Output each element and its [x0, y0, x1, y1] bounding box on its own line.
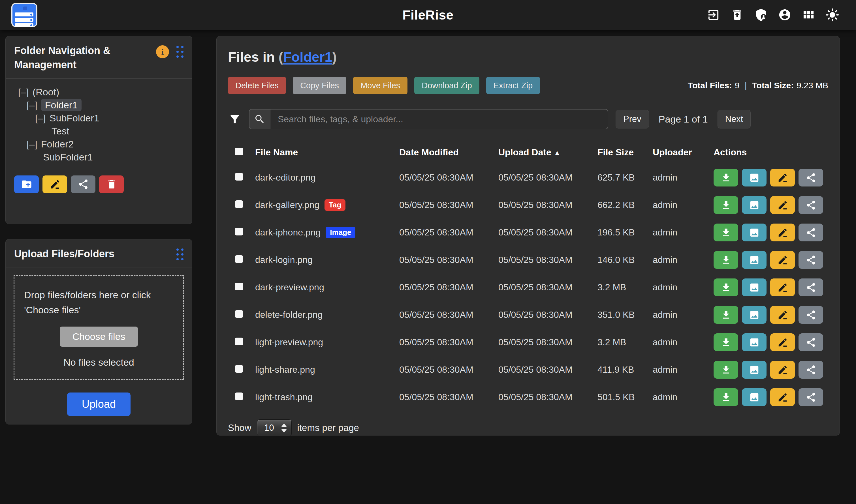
move-files-button[interactable]: Move Files: [353, 77, 407, 94]
create-folder-button[interactable]: [14, 176, 39, 193]
delete-files-button[interactable]: Delete Files: [228, 77, 286, 94]
download-file-button[interactable]: [714, 169, 738, 186]
share-file-button[interactable]: [799, 169, 823, 186]
download-file-button[interactable]: [714, 334, 738, 351]
share-file-button[interactable]: [799, 361, 823, 379]
edit-file-button[interactable]: [770, 361, 795, 379]
file-name[interactable]: delete-folder.png: [255, 310, 322, 320]
share-file-button[interactable]: [799, 278, 823, 296]
preview-file-button[interactable]: [742, 196, 767, 214]
tree-folder-label[interactable]: SubFolder1: [43, 152, 93, 162]
edit-file-button[interactable]: [770, 278, 795, 296]
tree-toggle[interactable]: [–]: [27, 139, 37, 149]
grid-view-button[interactable]: [802, 8, 815, 22]
row-checkbox[interactable]: [235, 228, 243, 235]
header-date-modified[interactable]: Date Modified: [399, 147, 499, 158]
logout-button[interactable]: [706, 8, 720, 22]
choose-files-button[interactable]: Choose files: [60, 327, 138, 347]
account-button[interactable]: [778, 8, 791, 22]
tree-folder-label[interactable]: Test: [52, 126, 69, 137]
file-name[interactable]: dark-login.png: [255, 255, 313, 265]
upload-dropzone[interactable]: Drop files/folders here or click 'Choose…: [14, 275, 184, 380]
share-file-button[interactable]: [799, 196, 823, 214]
edit-file-button[interactable]: [770, 196, 795, 214]
edit-file-button[interactable]: [770, 223, 795, 241]
share-folder-button[interactable]: [71, 176, 95, 193]
preview-file-button[interactable]: [742, 169, 767, 186]
row-checkbox[interactable]: [235, 338, 243, 345]
header-file-name[interactable]: File Name: [248, 147, 399, 158]
drag-handle-icon[interactable]: [176, 46, 184, 58]
select-all-checkbox[interactable]: [235, 148, 243, 155]
share-file-button[interactable]: [799, 306, 823, 324]
tree-item[interactable]: SubFolder1: [14, 150, 184, 164]
row-checkbox[interactable]: [235, 173, 243, 181]
preview-file-button[interactable]: [742, 306, 767, 324]
download-file-button[interactable]: [714, 196, 738, 214]
row-checkbox[interactable]: [235, 255, 243, 263]
file-name[interactable]: dark-editor.png: [255, 172, 315, 183]
next-page-button[interactable]: Next: [718, 110, 751, 128]
tree-folder-label[interactable]: Folder2: [41, 139, 74, 149]
tree-folder-label[interactable]: (Root): [33, 87, 59, 97]
trash-restore-button[interactable]: [730, 8, 744, 22]
edit-file-button[interactable]: [770, 169, 795, 186]
current-folder-link[interactable]: Folder1: [283, 50, 332, 65]
rename-folder-button[interactable]: [42, 176, 67, 193]
header-uploader[interactable]: Uploader: [653, 147, 714, 158]
tree-toggle[interactable]: [–]: [27, 100, 37, 110]
file-name[interactable]: dark-gallery.png: [255, 200, 319, 210]
preview-file-button[interactable]: [742, 361, 767, 379]
edit-file-button[interactable]: [770, 388, 795, 406]
info-icon[interactable]: i: [156, 45, 169, 58]
row-checkbox[interactable]: [235, 365, 243, 373]
tree-item[interactable]: [–]Folder2: [14, 138, 184, 150]
share-file-button[interactable]: [799, 251, 823, 269]
tree-item[interactable]: [–]SubFolder1: [14, 111, 184, 125]
download-file-button[interactable]: [714, 388, 738, 406]
delete-folder-button[interactable]: [99, 176, 124, 193]
download-file-button[interactable]: [714, 361, 738, 379]
preview-file-button[interactable]: [742, 278, 767, 296]
row-checkbox[interactable]: [235, 200, 243, 208]
search-input[interactable]: [270, 109, 608, 129]
edit-file-button[interactable]: [770, 251, 795, 269]
header-file-size[interactable]: File Size: [597, 147, 653, 158]
share-file-button[interactable]: [799, 334, 823, 351]
filter-button[interactable]: [228, 112, 242, 126]
share-file-button[interactable]: [799, 223, 823, 241]
file-name[interactable]: light-share.png: [255, 364, 315, 375]
tree-item[interactable]: [–]Folder1: [14, 98, 184, 111]
preview-file-button[interactable]: [742, 251, 767, 269]
file-name[interactable]: light-preview.png: [255, 337, 323, 347]
row-checkbox[interactable]: [235, 283, 243, 290]
search-icon-box[interactable]: [249, 109, 270, 129]
row-checkbox[interactable]: [235, 310, 243, 318]
download-file-button[interactable]: [714, 306, 738, 324]
theme-toggle-button[interactable]: [825, 8, 839, 22]
drag-handle-icon[interactable]: [176, 249, 184, 260]
prev-page-button[interactable]: Prev: [616, 110, 649, 128]
copy-files-button[interactable]: Copy Files: [293, 77, 346, 94]
preview-file-button[interactable]: [742, 388, 767, 406]
download-zip-button[interactable]: Download Zip: [414, 77, 479, 94]
file-name[interactable]: light-trash.png: [255, 392, 313, 402]
row-checkbox[interactable]: [235, 393, 243, 400]
share-file-button[interactable]: [799, 388, 823, 406]
edit-file-button[interactable]: [770, 334, 795, 351]
tree-toggle[interactable]: [–]: [35, 113, 46, 123]
tree-toggle[interactable]: [–]: [18, 87, 29, 97]
download-file-button[interactable]: [714, 251, 738, 269]
items-per-page-select[interactable]: 10: [257, 419, 292, 436]
edit-file-button[interactable]: [770, 306, 795, 324]
tree-item[interactable]: Test: [14, 125, 184, 138]
upload-button[interactable]: Upload: [67, 393, 130, 416]
tree-folder-label[interactable]: SubFolder1: [50, 113, 99, 123]
download-file-button[interactable]: [714, 278, 738, 296]
admin-panel-button[interactable]: [754, 8, 768, 22]
preview-file-button[interactable]: [742, 334, 767, 351]
file-name[interactable]: dark-preview.png: [255, 282, 324, 293]
tree-item[interactable]: [–](Root): [14, 86, 184, 98]
extract-zip-button[interactable]: Extract Zip: [486, 77, 540, 94]
preview-file-button[interactable]: [742, 223, 767, 241]
